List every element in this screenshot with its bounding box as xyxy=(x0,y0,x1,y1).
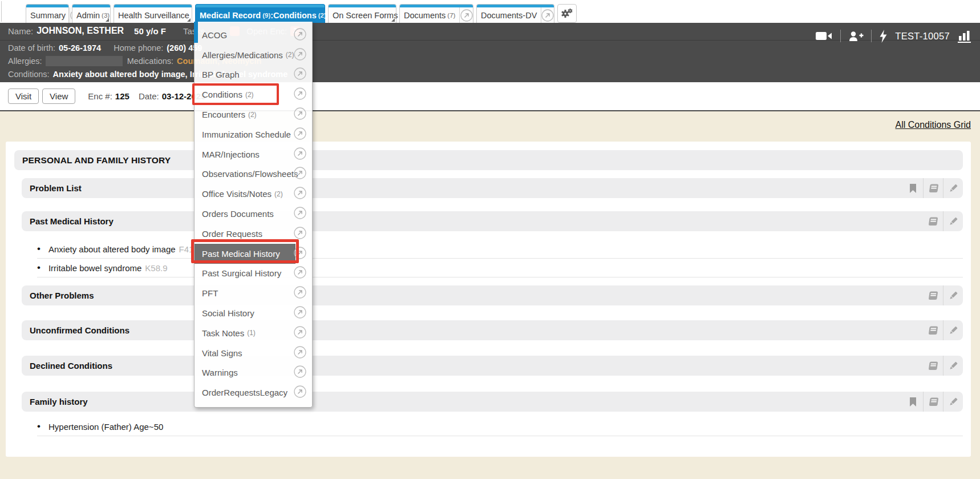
open-in-new-window-icon[interactable] xyxy=(294,346,306,360)
menu-item-label: Orders Documents xyxy=(202,209,274,219)
menu-item-allergies-medications[interactable]: Allergies/Medications(2) xyxy=(195,45,312,65)
section-past-medical-history: Past Medical History•Anxiety about alter… xyxy=(6,211,971,277)
open-in-new-window-icon[interactable] xyxy=(294,266,306,280)
open-in-new-window-icon[interactable] xyxy=(294,306,306,320)
tab-count-2: (2) xyxy=(318,12,326,19)
open-in-new-window-icon[interactable] xyxy=(294,167,306,181)
book-icon[interactable] xyxy=(923,392,943,412)
open-in-new-window-icon[interactable] xyxy=(294,365,306,380)
section-bar-unconfirmed-conditions: Unconfirmed Conditions xyxy=(22,320,963,340)
conditions-label: Conditions: xyxy=(8,70,50,79)
section-item-list: •Anxiety about altered body imageF41.8•I… xyxy=(37,240,963,277)
pencil-icon[interactable] xyxy=(943,178,963,198)
list-item: •Anxiety about altered body imageF41.8 xyxy=(37,240,963,259)
tab-documents[interactable]: Documents(7) xyxy=(399,4,473,23)
open-in-new-window-icon[interactable] xyxy=(294,187,306,201)
open-in-new-window-icon[interactable] xyxy=(294,385,306,400)
pencil-icon[interactable] xyxy=(943,392,963,412)
allergies-label: Allergies: xyxy=(8,57,42,66)
menu-item-vital-signs[interactable]: Vital Signs xyxy=(195,343,312,363)
menu-item-social-history[interactable]: Social History xyxy=(195,303,312,323)
dropdown-fold-icon xyxy=(187,18,191,22)
visit-button[interactable]: Visit xyxy=(8,88,39,104)
pencil-icon[interactable] xyxy=(943,356,963,376)
section-actions xyxy=(923,356,963,376)
tab-label-text: Summary xyxy=(30,11,66,20)
tab-label: Documents-DV xyxy=(477,7,541,23)
open-in-new-window-icon[interactable] xyxy=(294,87,306,102)
conditions-page: All Conditions Grid PERSONAL AND FAMILY … xyxy=(0,111,980,479)
tab-label: Health Surveillance xyxy=(114,7,193,23)
open-in-new-window-icon[interactable] xyxy=(294,28,306,42)
open-in-new-window-icon[interactable] xyxy=(294,326,306,340)
book-icon[interactable] xyxy=(923,178,943,198)
menu-item-mar-injections[interactable]: MAR/Injections xyxy=(195,144,312,164)
open-in-new-window-icon[interactable] xyxy=(541,7,554,23)
book-icon[interactable] xyxy=(923,211,943,231)
open-in-new-window-icon[interactable] xyxy=(294,107,306,122)
menu-item-office-visits-notes[interactable]: Office Visits/Notes(2) xyxy=(195,184,312,204)
view-button[interactable]: View xyxy=(42,88,75,104)
chart-icon[interactable] xyxy=(957,30,972,43)
open-in-new-window-icon[interactable] xyxy=(294,286,306,300)
open-in-new-window-icon[interactable] xyxy=(294,207,306,221)
tab-medical-record-conditions[interactable]: Medical Record(9):Conditions(2) xyxy=(195,4,325,23)
tab-summary[interactable]: Summary xyxy=(26,4,69,23)
tab-on-screen-forms[interactable]: On Screen Forms xyxy=(328,4,396,23)
open-in-new-window-icon[interactable] xyxy=(294,127,306,142)
encounter-toolbar: Visit View Enc #: 125 Date: 03-12-2025 xyxy=(0,82,980,111)
menu-item-label: Warnings xyxy=(202,368,238,377)
menu-item-orders-documents[interactable]: Orders Documents xyxy=(195,204,312,224)
personal-family-history-card: PERSONAL AND FAMILY HISTORYProblem ListP… xyxy=(6,142,971,457)
bookmark-icon[interactable] xyxy=(903,178,923,198)
all-conditions-grid-link[interactable]: All Conditions Grid xyxy=(896,120,971,130)
dob-value: 05-26-1974 xyxy=(59,43,101,53)
video-camera-icon[interactable] xyxy=(816,31,833,41)
section-bar-declined-conditions: Declined Conditions xyxy=(22,356,963,376)
pencil-icon[interactable] xyxy=(943,211,963,231)
menu-item-past-surgical-history[interactable]: Past Surgical History xyxy=(195,264,312,284)
menu-item-pft[interactable]: PFT xyxy=(195,283,312,303)
section-personal-and-family-history: PERSONAL AND FAMILY HISTORY xyxy=(6,150,971,170)
tab-documents-dv[interactable]: Documents-DV xyxy=(476,4,554,23)
tab-label-text: On Screen Forms xyxy=(333,11,398,20)
menu-item-warnings[interactable]: Warnings xyxy=(195,363,312,383)
section-actions xyxy=(903,392,963,412)
add-person-icon[interactable] xyxy=(848,31,864,42)
menu-item-bp-graph[interactable]: BP Graph xyxy=(195,65,312,85)
book-icon[interactable] xyxy=(923,356,943,376)
bookmark-icon[interactable] xyxy=(903,392,923,412)
tab-health-surveillance[interactable]: Health Surveillance xyxy=(114,4,192,23)
open-in-new-window-icon[interactable] xyxy=(294,48,306,62)
open-in-new-window-icon[interactable] xyxy=(294,147,306,162)
name-label: Name: xyxy=(8,26,33,36)
book-icon[interactable] xyxy=(923,285,943,305)
open-in-new-window-icon[interactable] xyxy=(294,67,306,82)
condition-text: Anxiety about altered body image xyxy=(48,244,176,254)
menu-item-count: (2) xyxy=(274,190,283,198)
tab-label: Documents(7) xyxy=(400,7,459,23)
menu-item-acog[interactable]: ACOG xyxy=(195,25,312,45)
gears-icon[interactable] xyxy=(557,4,577,23)
lightning-icon[interactable] xyxy=(879,30,888,43)
menu-item-label: Allergies/Medications xyxy=(202,50,283,60)
open-in-new-window-icon[interactable] xyxy=(459,7,473,23)
section-bar-past-medical-history: Past Medical History xyxy=(22,211,963,231)
home-phone-label: Home phone: xyxy=(114,43,163,53)
menu-item-observations-flowsheets[interactable]: Observations/Flowsheets xyxy=(195,164,312,184)
pencil-icon[interactable] xyxy=(943,285,963,305)
tab-admin[interactable]: Admin(3) xyxy=(72,4,111,23)
bullet-icon: • xyxy=(37,243,41,255)
menu-item-encounters[interactable]: Encounters(2) xyxy=(195,104,312,124)
menu-item-label: Vital Signs xyxy=(202,348,242,358)
menu-item-task-notes[interactable]: Task Notes(1) xyxy=(195,323,312,343)
menu-item-immunization-schedule[interactable]: Immunization Schedule xyxy=(195,124,312,144)
menu-item-label: Office Visits/Notes xyxy=(202,189,272,199)
enc-number-label: Enc #: xyxy=(88,91,112,101)
book-icon[interactable] xyxy=(923,320,943,340)
annotation-red-box-past-medical-history xyxy=(191,239,299,263)
pencil-icon[interactable] xyxy=(943,320,963,340)
menu-item-orderrequestslegacy[interactable]: OrderRequestsLegacy xyxy=(195,383,312,402)
list-item: •Hypertension (Father) Age~50 xyxy=(37,417,963,436)
tab-label: Summary xyxy=(26,7,70,23)
